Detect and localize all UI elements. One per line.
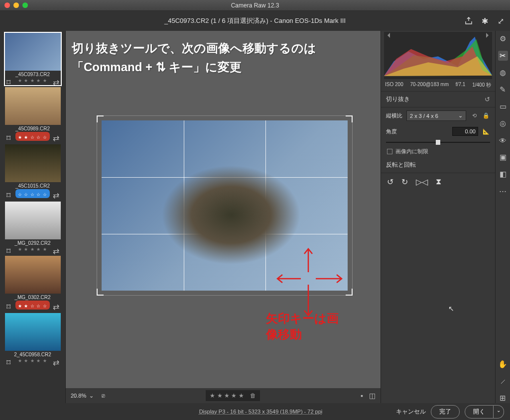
crop-badge-icon: ⌑: [6, 191, 12, 197]
fullscreen-icon[interactable]: ⤢: [496, 16, 505, 25]
crop-badge-icon: ⌑: [6, 358, 12, 364]
constrain-label: 画像内に制限: [395, 148, 428, 155]
instruction-overlay: 切り抜きツールで、次の画像へ移動するのは 「Command + ⇅ キー」に変更: [72, 39, 316, 77]
crop-badge-icon: ⌑: [6, 246, 12, 252]
crop-handle-tr[interactable]: [346, 115, 353, 122]
chevron-down-icon: ⌄: [458, 112, 463, 119]
thumbnail[interactable]: _MG_0292.CR2 ⌑★ ★ ★ ★ ★⇄: [5, 202, 61, 254]
zoom-chevron-icon[interactable]: ⌄: [89, 393, 94, 399]
thumbnail[interactable]: 2_45C0958.CR2 ⌑★ ★ ★ ★ ★⇄: [5, 313, 61, 365]
crop-tool-icon[interactable]: ✂: [498, 51, 508, 61]
rating-bar[interactable]: ★ ★ ★ ★ ★ 🗑: [206, 390, 259, 401]
header-bar: _45C0973.CR2 (1 / 6 項目選択済み) - Canon EOS-…: [0, 11, 510, 31]
thumb-name: 2_45C0958.CR2: [5, 352, 61, 357]
flip-vertical-icon[interactable]: ⧗: [436, 177, 441, 187]
brush-tool-icon[interactable]: ✎: [498, 85, 508, 95]
grad-tool-icon[interactable]: ▭: [498, 102, 508, 111]
thumb-name: _MG_0292.CR2: [5, 240, 61, 246]
preset-tool-icon[interactable]: ▣: [498, 152, 508, 162]
crop-badge-icon: ⌑: [6, 78, 12, 84]
crop-handle-bl[interactable]: [97, 289, 104, 296]
zoom-value[interactable]: 20.8%: [71, 393, 86, 399]
thumb-name: _45C1015.CR2: [5, 183, 61, 189]
rotate-ccw-icon[interactable]: ↺: [387, 177, 393, 187]
canvas-footer: 20.8% ⌄ ⎚ ★ ★ ★ ★ ★ 🗑 ▪ ◫: [66, 388, 381, 403]
angle-input[interactable]: [452, 127, 478, 136]
thumbnail[interactable]: _MG_0302.CR2 ⌑★ ★ ☆ ☆ ☆⇄: [5, 256, 61, 311]
file-info-label: _45C0973.CR2 (1 / 6 項目選択済み) - Canon EOS-…: [164, 16, 346, 25]
arrow-keys-label: 矢印キーは画像移動: [266, 311, 348, 342]
straighten-icon[interactable]: 📐: [482, 127, 490, 135]
radial-tool-icon[interactable]: ◎: [498, 118, 508, 128]
redeye-tool-icon[interactable]: 👁: [498, 135, 508, 145]
crop-badge-icon: ⌑: [6, 302, 12, 308]
aspect-label: 縦横比: [386, 112, 402, 119]
sync-icon: ⇄: [53, 246, 59, 252]
thumbnail[interactable]: _45C0989.CR2 ⌑★ ★ ☆ ☆ ☆⇄: [5, 87, 61, 142]
swap-orientation-icon[interactable]: ⟲: [470, 112, 478, 120]
reset-icon[interactable]: ↺: [485, 96, 490, 103]
transform-section-header[interactable]: 反転と回転: [381, 157, 495, 173]
sampler-tool-icon[interactable]: ⟋: [498, 376, 508, 386]
cursor-icon: ↖: [448, 305, 454, 313]
workflow-options[interactable]: Display P3 - 16 bit - 5323 x 3549 (18.9M…: [126, 409, 396, 415]
histogram[interactable]: [384, 32, 492, 79]
export-icon[interactable]: [464, 16, 473, 25]
done-button[interactable]: 完了: [431, 405, 460, 419]
window-title: Camera Raw 12.3: [0, 2, 510, 9]
heal-tool-icon[interactable]: ◍: [498, 68, 508, 78]
angle-slider[interactable]: [386, 142, 490, 143]
angle-label: 角度: [386, 128, 397, 135]
thumb-name: _45C0973.CR2: [5, 72, 61, 77]
open-dropdown[interactable]: ⌄: [494, 405, 504, 419]
single-view-icon[interactable]: ▪: [361, 392, 363, 400]
canvas-area[interactable]: 切り抜きツールで、次の画像へ移動するのは 「Command + ⇅ キー」に変更…: [66, 31, 381, 403]
edit-tool-icon[interactable]: ⚙: [498, 34, 508, 44]
move-arrows-overlay: [263, 245, 353, 319]
sync-icon: ⇄: [53, 302, 59, 308]
hand-tool-icon[interactable]: ✋: [498, 359, 508, 369]
rotate-cw-icon[interactable]: ↻: [401, 177, 408, 187]
titlebar: Camera Raw 12.3: [0, 0, 510, 11]
sync-icon: ⇄: [53, 191, 59, 197]
flip-horizontal-icon[interactable]: ▷◁: [416, 177, 428, 187]
lock-icon[interactable]: 🔒: [482, 112, 490, 120]
thumbnail[interactable]: _45C1015.CR2 ⌑☆ ☆ ☆ ☆ ☆⇄: [5, 144, 61, 200]
cancel-button[interactable]: キャンセル: [396, 408, 426, 416]
open-button[interactable]: 開く: [465, 405, 494, 419]
crop-frame[interactable]: 矢印キーは画像移動: [102, 120, 348, 291]
sync-icon: ⇄: [53, 358, 59, 364]
adjust-panel: ISO 20070-200@183 mmf/7.11/400 秒 切り抜き↺ 縦…: [381, 31, 495, 403]
exif-row: ISO 20070-200@183 mmf/7.11/400 秒: [381, 79, 495, 92]
snapshot-tool-icon[interactable]: ◧: [498, 169, 508, 179]
crop-badge-icon: ⌑: [6, 133, 12, 139]
fit-icon[interactable]: ⎚: [102, 393, 105, 399]
more-icon[interactable]: ⋯: [498, 186, 508, 196]
compare-view-icon[interactable]: ◫: [369, 392, 376, 400]
sync-icon: ⇄: [53, 133, 59, 139]
crop-section-header[interactable]: 切り抜き↺: [381, 92, 495, 107]
crop-handle-tl[interactable]: [97, 115, 104, 122]
aspect-dropdown[interactable]: 2 x 3 / 4 x 6⌄: [406, 110, 466, 121]
trash-icon[interactable]: 🗑: [250, 392, 256, 399]
thumb-name: _MG_0302.CR2: [5, 295, 61, 300]
thumb-name: _45C0989.CR2: [5, 126, 61, 131]
bottom-bar: Display P3 - 16 bit - 5323 x 3549 (18.9M…: [0, 403, 510, 420]
settings-icon[interactable]: ✱: [480, 16, 489, 25]
filmstrip: _45C0973.CR2 ⌑★ ★ ★ ★ ★⇄ _45C0989.CR2 ⌑★…: [0, 31, 66, 403]
thumbnail[interactable]: _45C0973.CR2 ⌑★ ★ ★ ★ ★⇄: [5, 33, 61, 85]
grid-icon[interactable]: ⊞: [498, 393, 508, 403]
tool-rail: ⚙ ✂ ◍ ✎ ▭ ◎ 👁 ▣ ◧ ⋯ ✋ ⟋ ⊞: [495, 31, 510, 403]
sync-icon: ⇄: [53, 78, 59, 84]
constrain-checkbox[interactable]: [387, 149, 392, 154]
